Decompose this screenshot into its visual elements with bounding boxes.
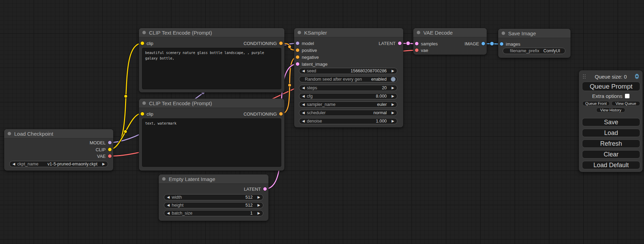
output-latent: LATENT xyxy=(244,186,267,192)
node-header[interactable]: KSampler xyxy=(294,28,403,37)
collapse-dot-icon[interactable] xyxy=(8,132,11,135)
decrement-icon[interactable]: ◀ xyxy=(302,86,305,90)
widget-cfg[interactable]: ◀ cfg 8.000 ▶ xyxy=(299,93,397,99)
decrement-icon[interactable]: ◀ xyxy=(167,204,170,207)
latent-output-dot[interactable] xyxy=(263,187,267,191)
collapse-dot-icon[interactable] xyxy=(298,31,301,34)
image-output-dot[interactable] xyxy=(482,42,485,45)
node-title: Empty Latent Image xyxy=(169,176,215,182)
clear-button[interactable]: Clear xyxy=(582,150,640,159)
conditioning-output-dot[interactable] xyxy=(279,42,283,45)
save-button[interactable]: Save xyxy=(582,118,640,126)
widget-denoise[interactable]: ◀ denoise 1.000 ▶ xyxy=(299,118,397,124)
collapse-dot-icon[interactable] xyxy=(142,101,146,105)
load-default-button[interactable]: Load Default xyxy=(582,161,640,169)
increment-icon[interactable]: ▶ xyxy=(391,69,394,73)
widget-scheduler[interactable]: ◀ scheduler normal ▶ xyxy=(299,110,397,116)
latent-output-dot[interactable] xyxy=(398,42,402,45)
widget-batch-size[interactable]: ◀ batch_size 1 ▶ xyxy=(164,210,263,216)
increment-icon[interactable]: ▶ xyxy=(257,196,260,199)
node-title: Save Image xyxy=(508,30,536,36)
increment-icon[interactable]: ▶ xyxy=(391,103,394,106)
collapse-dot-icon[interactable] xyxy=(417,31,420,34)
node-clip-text-encode-positive[interactable]: CLIP Text Encode (Prompt) clip CONDITION… xyxy=(139,28,284,92)
drag-handle-icon[interactable] xyxy=(583,74,586,79)
queue-panel[interactable]: Queue size: 0 Queue Prompt Extra options… xyxy=(579,70,643,172)
slot-label: MODEL xyxy=(90,140,106,145)
widget-random-seed-toggle[interactable]: Random seed after every gen enabled xyxy=(299,76,397,82)
widget-label: cfg xyxy=(307,94,313,99)
slot-label: CONDITIONING xyxy=(244,41,277,46)
input-samples: samples xyxy=(415,41,438,46)
node-title: CLIP Text Encode (Prompt) xyxy=(149,30,212,36)
output-conditioning: CONDITIONING xyxy=(244,111,283,117)
increment-icon[interactable]: ▶ xyxy=(391,111,394,115)
node-save-image[interactable]: Save Image images filename_prefix ComfyU… xyxy=(498,29,571,58)
node-empty-latent-image[interactable]: Empty Latent Image LATENT ◀ width 512 ▶ … xyxy=(159,174,268,221)
widget-width[interactable]: ◀ width 512 ▶ xyxy=(164,194,263,200)
model-output-dot[interactable] xyxy=(108,141,112,144)
images-input-dot[interactable] xyxy=(500,42,503,46)
decrement-icon[interactable]: ◀ xyxy=(167,211,170,215)
widget-label: seed xyxy=(307,69,316,73)
increment-icon[interactable]: ▶ xyxy=(102,162,105,166)
comfyui-canvas[interactable]: { "colors": { "model": "#B39DDB", "clip"… xyxy=(0,0,644,244)
vae-input-dot[interactable] xyxy=(415,48,418,52)
node-header[interactable]: VAE Decode xyxy=(413,28,487,37)
node-header[interactable]: Empty Latent Image xyxy=(159,174,268,184)
extra-options-checkbox[interactable] xyxy=(625,94,629,98)
widget-sampler-name[interactable]: ◀ sampler_name euler ▶ xyxy=(299,101,397,108)
collapse-dot-icon[interactable] xyxy=(502,31,505,35)
view-history-button[interactable]: View History xyxy=(596,108,625,112)
refresh-button[interactable]: Refresh xyxy=(582,139,640,148)
positive-prompt-textarea[interactable]: beautiful scenery nature glass bottle la… xyxy=(142,48,281,89)
collapse-dot-icon[interactable] xyxy=(142,31,146,34)
input-latent-image: latent_image xyxy=(296,61,327,67)
node-header[interactable]: CLIP Text Encode (Prompt) xyxy=(139,99,284,108)
settings-gear-icon[interactable] xyxy=(634,73,640,79)
positive-input-dot[interactable] xyxy=(296,48,299,52)
decrement-icon[interactable]: ◀ xyxy=(302,69,305,73)
load-button[interactable]: Load xyxy=(582,129,640,137)
samples-input-dot[interactable] xyxy=(415,42,418,45)
widget-height[interactable]: ◀ height 512 ▶ xyxy=(164,202,263,208)
increment-icon[interactable]: ▶ xyxy=(391,86,394,90)
model-input-dot[interactable] xyxy=(296,42,299,45)
toggle-dot-icon[interactable] xyxy=(391,77,396,82)
clip-input-dot[interactable] xyxy=(141,42,144,45)
increment-icon[interactable]: ▶ xyxy=(257,211,260,215)
clip-input-dot[interactable] xyxy=(141,112,144,116)
collapse-dot-icon[interactable] xyxy=(162,177,166,181)
queue-prompt-button[interactable]: Queue Prompt xyxy=(582,82,640,91)
node-header[interactable]: Load Checkpoint xyxy=(4,129,113,138)
node-ksampler[interactable]: KSampler model positive negative latent_… xyxy=(294,28,403,127)
widget-filename-prefix[interactable]: filename_prefix ComfyUI xyxy=(503,48,565,54)
view-queue-button[interactable]: View Queue xyxy=(611,101,640,106)
node-header[interactable]: CLIP Text Encode (Prompt) xyxy=(139,28,284,37)
widget-steps[interactable]: ◀ steps 20 ▶ xyxy=(299,85,397,91)
node-load-checkpoint[interactable]: Load Checkpoint MODEL CLIP VAE ◀ ckpt_na… xyxy=(4,129,113,171)
increment-icon[interactable]: ▶ xyxy=(391,119,394,123)
slot-label: LATENT xyxy=(244,187,261,192)
queue-size-label: Queue size: 0 xyxy=(579,74,643,80)
decrement-icon[interactable]: ◀ xyxy=(12,162,15,166)
vae-output-dot[interactable] xyxy=(108,154,112,158)
widget-seed[interactable]: ◀ seed 156680208700286 ▶ xyxy=(299,68,397,74)
latent-image-input-dot[interactable] xyxy=(296,62,299,66)
negative-prompt-textarea[interactable]: text, watermark xyxy=(142,118,281,167)
decrement-icon[interactable]: ◀ xyxy=(302,111,305,115)
widget-ckpt-name[interactable]: ◀ ckpt_name v1-5-pruned-emaonly.ckpt ▶ xyxy=(9,161,108,167)
node-vae-decode[interactable]: VAE Decode samples vae IMAGE xyxy=(413,28,487,55)
decrement-icon[interactable]: ◀ xyxy=(302,103,305,106)
clip-output-dot[interactable] xyxy=(108,148,112,151)
negative-input-dot[interactable] xyxy=(296,55,299,59)
decrement-icon[interactable]: ◀ xyxy=(167,196,170,199)
node-clip-text-encode-negative[interactable]: CLIP Text Encode (Prompt) clip CONDITION… xyxy=(139,99,284,171)
queue-front-button[interactable]: Queue Front xyxy=(582,101,610,106)
decrement-icon[interactable]: ◀ xyxy=(302,119,305,123)
increment-icon[interactable]: ▶ xyxy=(257,204,260,207)
node-header[interactable]: Save Image xyxy=(498,29,571,38)
decrement-icon[interactable]: ◀ xyxy=(302,94,305,98)
conditioning-output-dot[interactable] xyxy=(279,112,283,116)
increment-icon[interactable]: ▶ xyxy=(391,94,394,98)
